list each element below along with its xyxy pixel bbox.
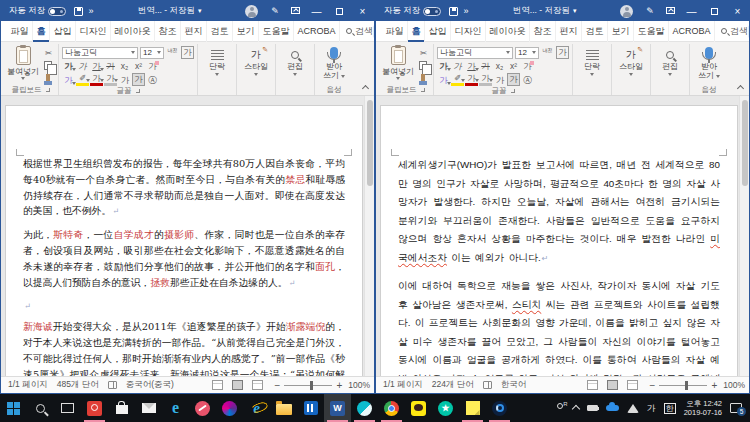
format-painter-button[interactable] (46, 74, 50, 82)
tab-mailings[interactable]: 편지 (181, 21, 207, 42)
paragraph-button[interactable]: 단락 (201, 44, 233, 76)
vertical-scrollbar[interactable] (739, 96, 749, 376)
title-bar[interactable]: 자동 저장 » 번역... - 저장됨▾ ✎ — × (1, 1, 374, 21)
band-icon[interactable]: ★ (432, 394, 459, 422)
paragraph[interactable]: 新海诚开始变得大众，是从2011年《追逐繁星的孩子》开始渐露端倪的，对于本人来说… (23, 319, 345, 376)
quick-access-overflow-icon[interactable]: » (463, 6, 468, 16)
scrollbar-thumb[interactable] (742, 100, 748, 186)
bold-button[interactable]: 가 (437, 60, 450, 72)
zoom-slider-thumb[interactable] (310, 381, 313, 390)
dictate-button[interactable]: 받아쓰기 (318, 44, 350, 80)
close-button[interactable]: × (726, 1, 749, 21)
read-mode-icon[interactable] (212, 380, 223, 390)
copy-button[interactable] (44, 61, 52, 70)
paint3d-icon[interactable] (216, 394, 243, 422)
language-indicator[interactable]: 중국어(중국) (126, 379, 174, 391)
tab-file[interactable]: 파일 (7, 21, 33, 42)
tab-layout[interactable]: 레이아웃 (486, 21, 530, 42)
ime-korean-icon[interactable]: 가 (647, 402, 656, 415)
phonetic-guide-button[interactable]: 내전 (166, 47, 179, 59)
text-effects-button[interactable]: 가 (62, 74, 75, 86)
character-border-button[interactable]: 가 (556, 46, 569, 59)
underline-button[interactable]: 가 (90, 60, 103, 72)
collapse-ribbon-icon[interactable] (360, 82, 370, 92)
character-shading-button[interactable]: 가 (104, 74, 117, 86)
read-mode-icon[interactable] (587, 380, 598, 390)
font-color-button[interactable]: 가 (465, 74, 478, 86)
character-shading-button[interactable]: 가 (479, 74, 492, 86)
tab-view[interactable]: 보기 (233, 21, 259, 42)
paragraph[interactable]: 根据世界卫生组织曾发布的报告，每年全球共有80万人因自杀丧命，平均每40秒就有一… (23, 156, 345, 220)
quick-access-overflow-icon[interactable]: » (88, 6, 93, 16)
text-effects-button[interactable]: 가 (437, 74, 450, 86)
strikethrough-button[interactable]: 가 (479, 60, 492, 72)
dictate-button[interactable]: 받아쓰기 (693, 44, 725, 80)
tab-review[interactable]: 검토 (582, 21, 608, 42)
clock[interactable]: 오후 12:42 2019-07-16 (684, 399, 722, 417)
subscript-button[interactable]: x₂ (118, 60, 131, 72)
tab-layout[interactable]: 레이아웃 (111, 21, 155, 42)
task-view-button[interactable] (54, 394, 81, 422)
search-button[interactable] (27, 394, 54, 422)
autosave-toggle[interactable] (48, 7, 66, 16)
network-icon[interactable] (627, 404, 639, 413)
print-layout-icon[interactable] (607, 380, 618, 390)
tray-user-icon[interactable] (555, 403, 565, 413)
app-pink-icon[interactable] (189, 394, 216, 422)
document-text[interactable]: 세계위생기구(WHO)가 발표한 보고서에 따르면, 매년 전 세계적으로 80… (398, 156, 720, 376)
proofing-check-icon[interactable] (108, 381, 117, 389)
tab-review[interactable]: 검토 (207, 21, 233, 42)
tab-references[interactable]: 참조 (155, 21, 181, 42)
page-indicator[interactable]: 1/1 페이지 (383, 379, 423, 391)
notification-center-icon[interactable]: 5 (730, 403, 742, 413)
tab-view[interactable]: 보기 (608, 21, 634, 42)
paragraph[interactable]: 이에 대하여 독학으로 재능을 쌓은 사진사, 작가이자 동시에 자살 기도 후… (398, 277, 720, 376)
character-border-button[interactable]: 가 (181, 46, 194, 59)
scrollbar-thumb[interactable] (367, 100, 373, 186)
account-avatar[interactable] (245, 5, 258, 18)
whale-icon[interactable] (351, 394, 378, 422)
edge-icon[interactable]: e (162, 394, 189, 422)
font-name-select[interactable]: 나눔고딕 (437, 47, 513, 59)
show-hidden-icons-chevron[interactable] (571, 405, 579, 413)
kakaotalk-icon[interactable] (405, 394, 432, 422)
app-blue-book-icon[interactable] (297, 394, 324, 422)
zoom-slider-thumb[interactable] (685, 381, 688, 390)
tab-acrobat[interactable]: ACROBA (294, 21, 340, 42)
zoom-slider[interactable] (659, 385, 707, 386)
editing-button[interactable]: 편집 (279, 44, 311, 76)
app-swirl-icon[interactable] (486, 394, 513, 422)
save-icon[interactable] (74, 7, 83, 16)
strikethrough-button[interactable]: 가 (104, 60, 117, 72)
clear-formatting-button[interactable]: 가 (521, 60, 534, 72)
language-indicator[interactable]: 한국어 (501, 379, 527, 391)
tab-references[interactable]: 참조 (530, 21, 556, 42)
font-dialog-launcher[interactable] (511, 89, 515, 93)
widen-narrow-button[interactable]: 가 (118, 74, 131, 86)
underline-button[interactable]: 가 (465, 60, 478, 72)
vertical-scrollbar[interactable] (364, 96, 374, 376)
tab-design[interactable]: 디자인 (451, 21, 486, 42)
font-size-select[interactable]: 12 (515, 47, 539, 59)
paste-button[interactable]: 붙여넣기 (6, 44, 40, 80)
editing-button[interactable]: 편집 (654, 44, 686, 76)
ribbon-display-options-icon[interactable] (285, 6, 305, 16)
collapse-ribbon-icon[interactable] (735, 82, 745, 92)
superscript-button[interactable]: x² (132, 60, 145, 72)
tab-help[interactable]: 도움말 (259, 21, 294, 42)
web-layout-icon[interactable] (627, 380, 638, 390)
subscript-button[interactable]: x₂ (493, 60, 506, 72)
bold-button[interactable]: 가 (62, 60, 75, 72)
battery-icon[interactable] (587, 405, 598, 411)
zoom-in-button[interactable]: + (336, 380, 342, 391)
clear-formatting-button[interactable]: 가 (146, 60, 159, 72)
file-explorer-icon[interactable] (270, 394, 297, 422)
zoom-slider[interactable] (284, 385, 332, 386)
enclose-character-button[interactable]: Ⓐ (146, 74, 159, 86)
tab-file[interactable]: 파일 (382, 21, 408, 42)
maximize-button[interactable] (328, 1, 351, 21)
title-caret-icon[interactable]: ▾ (573, 7, 577, 14)
onedrive-icon[interactable] (606, 405, 619, 411)
minimize-button[interactable]: — (680, 1, 703, 21)
microsoft-store-icon[interactable] (108, 394, 135, 422)
